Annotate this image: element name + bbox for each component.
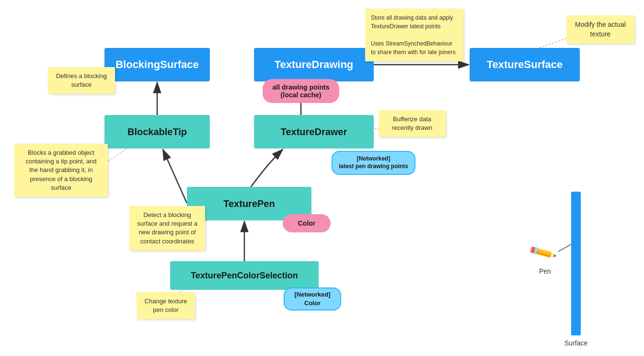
texture-pen-label: TexturePen xyxy=(223,198,275,209)
detect-blocking-note: Detect a blocking surface and request a … xyxy=(129,206,205,251)
color-label: Color xyxy=(298,219,316,227)
svg-line-14 xyxy=(558,244,571,252)
blocking-surface-label: BlockingSurface xyxy=(115,58,199,71)
store-drawing-note: Store all drawing data and apply Texture… xyxy=(365,9,463,61)
networked-color-label: [Networked] Color xyxy=(294,290,330,308)
texture-drawing-box: TextureDrawing xyxy=(254,48,374,81)
modify-texture-note: Modify the actual texture xyxy=(566,15,634,44)
svg-line-5 xyxy=(163,149,187,203)
texture-drawing-label: TextureDrawing xyxy=(275,58,354,71)
drawing-points-box: all drawing points (local cache) xyxy=(263,79,339,103)
bufferize-note: Bufferize data recently drawn xyxy=(379,110,446,137)
color-box: Color xyxy=(283,214,331,232)
pen-label: Pen xyxy=(539,267,551,275)
texture-pen-color-selection-box: TexturePenColorSelection xyxy=(170,261,319,290)
blocks-grabbed-text: Blocks a grabbed object containing a tip… xyxy=(25,149,96,191)
texture-drawer-box: TextureDrawer xyxy=(254,115,374,149)
diagram-container: BlockingSurface TextureDrawing TextureSu… xyxy=(0,0,644,356)
latest-pen-points-box: [Networked] latest pen drawing points xyxy=(332,151,415,175)
blockable-tip-box: BlockableTip xyxy=(104,115,210,149)
texture-drawer-label: TextureDrawer xyxy=(281,126,347,138)
surface-label: Surface xyxy=(564,339,587,347)
blockable-tip-label: BlockableTip xyxy=(127,126,187,138)
store-drawing-text: Store all drawing data and apply Texture… xyxy=(371,14,456,56)
detect-blocking-text: Detect a blocking surface and request a … xyxy=(137,211,197,245)
latest-pen-points-label: [Networked] latest pen drawing points xyxy=(339,155,408,170)
defines-blocking-note: Defines a blocking surface xyxy=(48,67,115,94)
modify-texture-text: Modify the actual texture xyxy=(575,21,626,38)
pen-icon: ✏️ xyxy=(527,238,557,267)
texture-surface-box: TextureSurface xyxy=(470,48,580,81)
surface-bar xyxy=(571,192,581,335)
change-color-text: Change texture pen color xyxy=(145,298,187,313)
blocks-grabbed-note: Blocks a grabbed object containing a tip… xyxy=(14,144,108,197)
texture-pen-color-selection-label: TexturePenColorSelection xyxy=(191,271,298,281)
change-color-note: Change texture pen color xyxy=(137,292,195,319)
networked-color-box: [Networked] Color xyxy=(284,287,341,310)
texture-surface-label: TextureSurface xyxy=(487,58,563,71)
blocking-surface-box: BlockingSurface xyxy=(104,48,210,81)
defines-blocking-text: Defines a blocking surface xyxy=(56,72,107,88)
drawing-points-label: all drawing points (local cache) xyxy=(272,83,329,99)
bufferize-text: Bufferize data recently drawn xyxy=(392,115,433,131)
